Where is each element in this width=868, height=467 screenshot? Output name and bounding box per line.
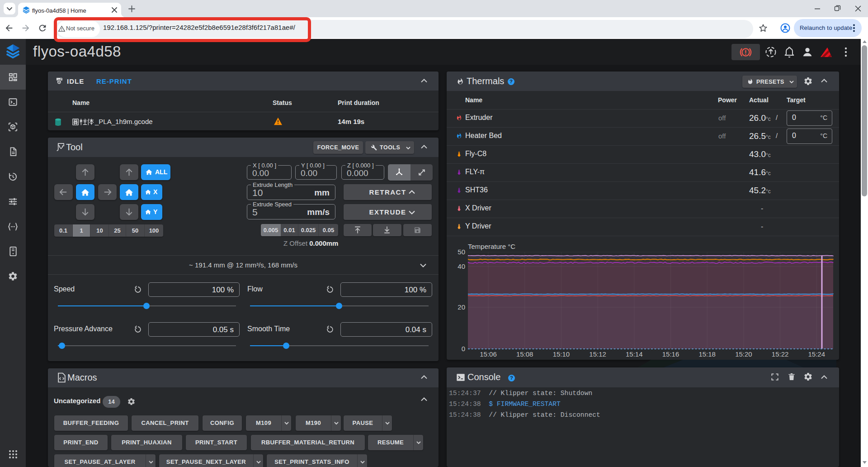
svg-text:20: 20 — [458, 303, 465, 311]
svg-text:15:20: 15:20 — [735, 350, 752, 358]
svg-text:15:08: 15:08 — [516, 350, 533, 358]
svg-text:0: 0 — [462, 345, 465, 353]
svg-text:15:24: 15:24 — [808, 350, 826, 358]
svg-text:15:12: 15:12 — [589, 350, 606, 358]
svg-text:15:22: 15:22 — [772, 350, 789, 358]
svg-text:Temperature °C: Temperature °C — [468, 243, 515, 250]
svg-text:50: 50 — [458, 248, 465, 256]
svg-text:15:18: 15:18 — [698, 350, 716, 358]
svg-text:15:14: 15:14 — [626, 350, 643, 358]
svg-text:15:10: 15:10 — [553, 350, 570, 358]
svg-text:40: 40 — [458, 262, 465, 270]
svg-text:15:16: 15:16 — [662, 350, 679, 358]
svg-text:15:06: 15:06 — [480, 350, 497, 358]
